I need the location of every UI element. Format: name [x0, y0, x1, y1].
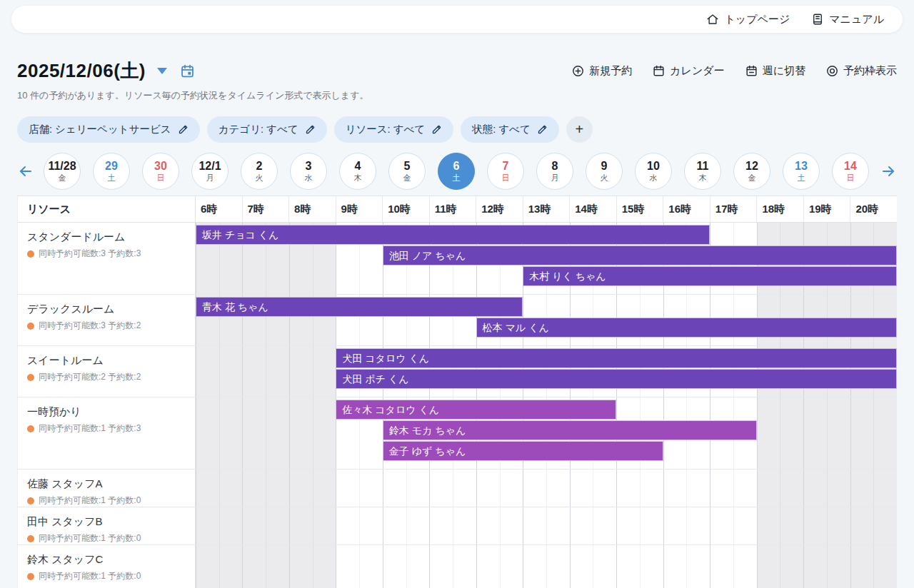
date-weekday: 日	[157, 173, 165, 183]
top-page-label: トップページ	[724, 13, 790, 26]
status-dot-icon	[27, 573, 34, 580]
resource-column-header: リソース	[18, 196, 196, 222]
resource-timeline	[196, 470, 897, 507]
calendar-week-icon	[745, 64, 758, 78]
date-circle-3[interactable]: 3水	[290, 153, 327, 190]
reservation-bar[interactable]: 池田 ノア ちゃん	[383, 245, 897, 265]
date-circle-13[interactable]: 13土	[783, 153, 820, 190]
hour-header-19: 19時	[803, 196, 850, 222]
timeline-header: リソース 6時7時8時9時10時11時12時13時14時15時16時17時18時…	[18, 196, 897, 223]
date-circle-4[interactable]: 4木	[339, 153, 376, 190]
date-circle-29[interactable]: 29土	[93, 153, 130, 190]
reservation-label: 木村 りく ちゃん	[529, 270, 606, 282]
filter-chip-resource[interactable]: リソース: すべて	[334, 116, 454, 143]
hour-header-11: 11時	[429, 196, 476, 222]
resource-capacity: 同時予約可能数:3 予約数:3	[27, 248, 195, 260]
top-page-link[interactable]: トップページ	[706, 13, 790, 26]
hour-header-10: 10時	[382, 196, 429, 222]
date-circle-2[interactable]: 2火	[241, 153, 278, 190]
date-number: 4	[355, 160, 361, 173]
date-weekday: 木	[354, 173, 362, 183]
date-circle-12[interactable]: 12金	[733, 153, 770, 190]
resource-cell: スイートルーム同時予約可能数:2 予約数:2	[18, 346, 196, 397]
resource-timeline: 犬田 コタロウ くん犬田 ポチ くん	[196, 346, 897, 397]
resource-timeline: 青木 花 ちゃん松本 マル くん	[196, 295, 897, 345]
new-reservation-button[interactable]: 新規予約	[571, 64, 632, 78]
date-number: 10	[647, 160, 660, 173]
hour-header-12: 12時	[476, 196, 523, 222]
resource-capacity-label: 同時予約可能数:1 予約数:3	[39, 422, 141, 435]
hour-header-17: 17時	[710, 196, 757, 222]
filter-chip-label: リソース: すべて	[346, 123, 426, 136]
status-dot-icon	[27, 425, 34, 432]
add-filter-button[interactable]: +	[566, 116, 593, 143]
date-circle-6[interactable]: 6土	[438, 153, 475, 190]
filter-chip-category[interactable]: カテゴリ: すべて	[207, 116, 327, 143]
reservation-bar[interactable]: 犬田 コタロウ くん	[336, 348, 897, 368]
filter-chip-status[interactable]: 状態: すべて	[461, 116, 559, 143]
reservation-bar[interactable]: 坂井 チョコ くん	[196, 225, 710, 245]
date-circle-10[interactable]: 10水	[635, 153, 672, 190]
toolbar: 新規予約カレンダー週に切替予約枠表示	[571, 64, 897, 78]
date-weekday: 土	[108, 173, 116, 183]
filter-chip-label: 状態: すべて	[472, 123, 531, 136]
date-number: 7	[503, 160, 509, 173]
date-number: 9	[601, 160, 608, 173]
date-number: 30	[154, 160, 167, 173]
date-weekday: 月	[551, 173, 559, 183]
switch-week-button[interactable]: 週に切替	[745, 64, 805, 78]
date-circle-11[interactable]: 11木	[684, 153, 721, 190]
date-circle-12-1[interactable]: 12/1月	[191, 153, 228, 190]
chevron-down-icon[interactable]	[157, 68, 167, 74]
reservation-label: 池田 ノア ちゃん	[389, 250, 466, 261]
date-weekday: 火	[601, 173, 608, 183]
reservation-bar[interactable]: 松本 マル くん	[476, 318, 897, 338]
resource-row: 田中 スタッフB同時予約可能数:1 予約数:0	[18, 507, 897, 545]
date-circle-7[interactable]: 7日	[487, 153, 524, 190]
status-dot-icon	[27, 535, 34, 542]
reservation-bar[interactable]: 佐々木 コタロウ くん	[336, 400, 616, 420]
slot-display-button[interactable]: 予約枠表示	[825, 64, 897, 78]
date-circle-30[interactable]: 30日	[142, 153, 179, 190]
date-circle-8[interactable]: 8月	[536, 153, 573, 190]
date-number: 11/28	[48, 160, 76, 173]
date-weekday: 金	[748, 173, 756, 183]
eye-icon	[825, 64, 839, 78]
date-weekday: 火	[256, 173, 263, 183]
filter-chip-store[interactable]: 店舗: シェリーペットサービス	[17, 116, 200, 143]
date-circle-11-28[interactable]: 11/28金	[44, 153, 81, 190]
date-number: 12/1	[199, 160, 221, 173]
calendar-button[interactable]: カレンダー	[652, 64, 724, 78]
reservation-bar[interactable]: 鈴木 モカ ちゃん	[383, 420, 757, 440]
reservation-bar[interactable]: 木村 りく ちゃん	[523, 266, 897, 286]
date-number: 5	[404, 160, 411, 173]
resource-timeline: 坂井 チョコ くん池田 ノア ちゃん木村 りく ちゃん	[196, 223, 897, 294]
filter-chip-label: カテゴリ: すべて	[219, 123, 298, 136]
date-circle-5[interactable]: 5金	[388, 153, 426, 190]
timeline-grid: リソース 6時7時8時9時10時11時12時13時14時15時16時17時18時…	[17, 196, 897, 588]
resource-cell: 田中 スタッフB同時予約可能数:1 予約数:0	[18, 507, 196, 544]
resource-name: 佐藤 スタッフA	[27, 477, 195, 491]
resource-capacity-label: 同時予約可能数:3 予約数:2	[39, 320, 141, 332]
reservation-bar[interactable]: 犬田 ポチ くん	[336, 369, 897, 389]
reservation-bar[interactable]: 金子 ゆず ちゃん	[383, 441, 663, 461]
resource-row: スイートルーム同時予約可能数:2 予約数:2犬田 コタロウ くん犬田 ポチ くん	[18, 346, 897, 397]
date-circle-14[interactable]: 14日	[832, 153, 869, 190]
resource-capacity: 同時予約可能数:1 予約数:0	[27, 532, 195, 544]
reservation-label: 犬田 ポチ くん	[342, 373, 408, 385]
title-row: 2025/12/06(土) 新規予約カレンダー週に切替予約枠表示	[17, 59, 897, 83]
next-dates-button[interactable]	[870, 163, 897, 180]
manual-link[interactable]: マニュアル	[811, 13, 884, 26]
filter-chip-label: 店舗: シェリーペットサービス	[29, 123, 171, 136]
date-weekday: 土	[798, 173, 805, 183]
date-carousel: 11/28金29土30日12/1月2火3水4木5金6土7日8月9火10水11木1…	[17, 153, 897, 190]
date-circle-9[interactable]: 9火	[586, 153, 623, 190]
date-weekday: 月	[206, 173, 214, 183]
resource-capacity-label: 同時予約可能数:1 予約数:0	[39, 570, 141, 582]
prev-dates-button[interactable]	[17, 163, 44, 180]
date-picker-button[interactable]	[180, 64, 195, 78]
book-icon	[811, 13, 824, 26]
reservation-label: 鈴木 モカ ちゃん	[389, 425, 466, 436]
reservation-bar[interactable]: 青木 花 ちゃん	[196, 297, 523, 317]
hour-header-8: 8時	[288, 196, 336, 222]
